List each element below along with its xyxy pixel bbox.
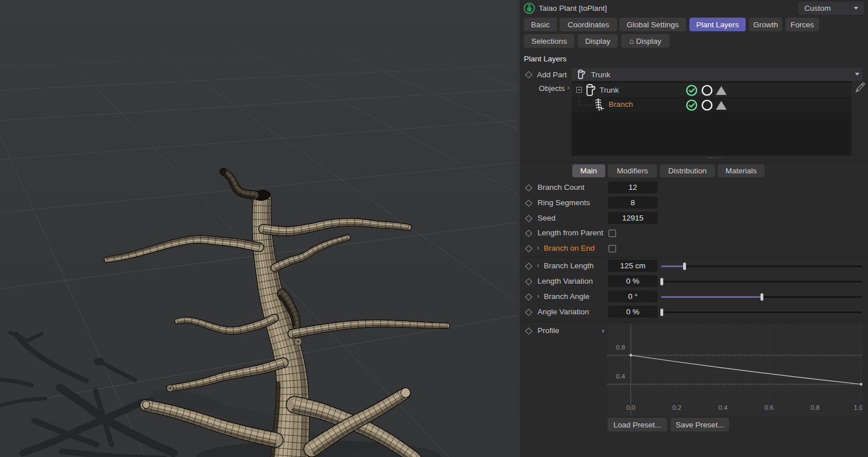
- svg-text:1.0: 1.0: [854, 404, 862, 411]
- svg-text:0.4: 0.4: [616, 373, 626, 380]
- svg-text:0.6: 0.6: [764, 404, 774, 411]
- svg-text:0.4: 0.4: [718, 404, 728, 411]
- svg-text:0.0: 0.0: [626, 404, 635, 411]
- svg-text:0.8: 0.8: [811, 404, 820, 411]
- svg-text:0.8: 0.8: [616, 344, 625, 351]
- svg-text:0.2: 0.2: [672, 404, 681, 411]
